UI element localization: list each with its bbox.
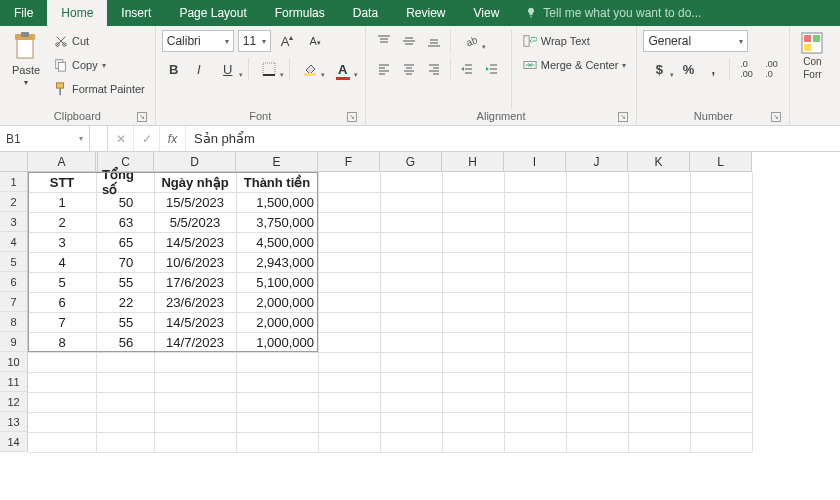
- row-header-7[interactable]: 7: [0, 292, 28, 312]
- copy-button[interactable]: Copy ▾: [50, 54, 149, 76]
- italic-button[interactable]: I: [187, 58, 211, 80]
- cell-E9[interactable]: 1,000,000: [236, 332, 318, 352]
- paste-button[interactable]: Paste ▾: [6, 30, 46, 89]
- dialog-launcher-icon[interactable]: ↘: [618, 112, 628, 122]
- cell-C6[interactable]: 55: [98, 272, 154, 292]
- cell-E1[interactable]: Thành tiền: [236, 172, 318, 192]
- tab-pagelayout[interactable]: Page Layout: [165, 0, 260, 26]
- conditional-formatting-button[interactable]: Con Forr: [796, 30, 828, 82]
- fill-color-button[interactable]: ▾: [294, 58, 326, 80]
- font-name-combo[interactable]: Calibri▾: [162, 30, 234, 52]
- tab-review[interactable]: Review: [392, 0, 459, 26]
- row-header-9[interactable]: 9: [0, 332, 28, 352]
- formula-input[interactable]: Sản phẩm: [186, 131, 840, 146]
- row-header-10[interactable]: 10: [0, 352, 28, 372]
- increase-decimal-button[interactable]: .0.00: [734, 58, 758, 80]
- row-header-12[interactable]: 12: [0, 392, 28, 412]
- cell-E3[interactable]: 3,750,000: [236, 212, 318, 232]
- cell-D9[interactable]: 14/7/2023: [154, 332, 236, 352]
- merge-center-button[interactable]: Merge & Center ▾: [519, 54, 631, 76]
- decrease-font-button[interactable]: A▾: [303, 30, 327, 52]
- cell-E4[interactable]: 4,500,000: [236, 232, 318, 252]
- cell-A6[interactable]: 5: [28, 272, 96, 292]
- cell-C2[interactable]: 50: [98, 192, 154, 212]
- cell-D2[interactable]: 15/5/2023: [154, 192, 236, 212]
- comma-format-button[interactable]: ,: [701, 58, 725, 80]
- tab-home[interactable]: Home: [47, 0, 107, 26]
- cell-A8[interactable]: 7: [28, 312, 96, 332]
- decrease-decimal-button[interactable]: .00.0: [759, 58, 783, 80]
- dialog-launcher-icon[interactable]: ↘: [771, 112, 781, 122]
- font-size-combo[interactable]: 11▾: [238, 30, 271, 52]
- tab-view[interactable]: View: [460, 0, 514, 26]
- enter-formula-button[interactable]: ✓: [134, 126, 160, 151]
- font-color-button[interactable]: A▾: [327, 58, 359, 80]
- tell-me-search[interactable]: Tell me what you want to do...: [513, 0, 840, 26]
- align-left-button[interactable]: [372, 58, 396, 80]
- cell-C5[interactable]: 70: [98, 252, 154, 272]
- cell-C8[interactable]: 55: [98, 312, 154, 332]
- cell-C3[interactable]: 63: [98, 212, 154, 232]
- orientation-button[interactable]: ab▾: [455, 30, 487, 52]
- cell-D5[interactable]: 10/6/2023: [154, 252, 236, 272]
- column-header-F[interactable]: F: [318, 152, 380, 172]
- cell-D1[interactable]: Ngày nhập: [154, 172, 236, 192]
- decrease-indent-button[interactable]: [455, 58, 479, 80]
- cell-E8[interactable]: 2,000,000: [236, 312, 318, 332]
- cell-E2[interactable]: 1,500,000: [236, 192, 318, 212]
- cell-A9[interactable]: 8: [28, 332, 96, 352]
- cell-A7[interactable]: 6: [28, 292, 96, 312]
- cell-C1[interactable]: Tổng số: [98, 172, 154, 192]
- row-header-3[interactable]: 3: [0, 212, 28, 232]
- align-bottom-button[interactable]: [422, 30, 446, 52]
- cell-D8[interactable]: 14/5/2023: [154, 312, 236, 332]
- wrap-text-button[interactable]: Wrap Text: [519, 30, 631, 52]
- cell-A5[interactable]: 4: [28, 252, 96, 272]
- tab-insert[interactable]: Insert: [107, 0, 165, 26]
- cell-C9[interactable]: 56: [98, 332, 154, 352]
- row-header-8[interactable]: 8: [0, 312, 28, 332]
- accounting-format-button[interactable]: $▾: [643, 58, 675, 80]
- cell-A4[interactable]: 3: [28, 232, 96, 252]
- percent-format-button[interactable]: %: [676, 58, 700, 80]
- align-center-button[interactable]: [397, 58, 421, 80]
- tab-data[interactable]: Data: [339, 0, 392, 26]
- cells-area[interactable]: STTTổng sốNgày nhậpThành tiền15015/5/202…: [28, 172, 752, 452]
- cell-E5[interactable]: 2,943,000: [236, 252, 318, 272]
- tab-file[interactable]: File: [0, 0, 47, 26]
- cell-D4[interactable]: 14/5/2023: [154, 232, 236, 252]
- cell-E7[interactable]: 2,000,000: [236, 292, 318, 312]
- cell-E6[interactable]: 5,100,000: [236, 272, 318, 292]
- cell-D7[interactable]: 23/6/2023: [154, 292, 236, 312]
- row-header-4[interactable]: 4: [0, 232, 28, 252]
- cell-C7[interactable]: 22: [98, 292, 154, 312]
- column-header-I[interactable]: I: [504, 152, 566, 172]
- row-header-6[interactable]: 6: [0, 272, 28, 292]
- tab-formulas[interactable]: Formulas: [261, 0, 339, 26]
- format-painter-button[interactable]: Format Painter: [50, 78, 149, 100]
- column-header-K[interactable]: K: [628, 152, 690, 172]
- cell-A1[interactable]: STT: [28, 172, 96, 192]
- cell-A2[interactable]: 1: [28, 192, 96, 212]
- row-header-1[interactable]: 1: [0, 172, 28, 192]
- align-right-button[interactable]: [422, 58, 446, 80]
- cell-D6[interactable]: 17/6/2023: [154, 272, 236, 292]
- column-header-E[interactable]: E: [236, 152, 318, 172]
- cell-D3[interactable]: 5/5/2023: [154, 212, 236, 232]
- cut-button[interactable]: Cut: [50, 30, 149, 52]
- underline-button[interactable]: U▾: [212, 58, 244, 80]
- increase-indent-button[interactable]: [480, 58, 504, 80]
- spreadsheet-grid[interactable]: 1234567891011121314 ACDEFGHIJKL STTTổng …: [0, 152, 840, 500]
- cell-A3[interactable]: 2: [28, 212, 96, 232]
- row-header-2[interactable]: 2: [0, 192, 28, 212]
- column-header-A[interactable]: A: [28, 152, 96, 172]
- bold-button[interactable]: B: [162, 58, 186, 80]
- column-header-G[interactable]: G: [380, 152, 442, 172]
- borders-button[interactable]: ▾: [253, 58, 285, 80]
- number-format-combo[interactable]: General▾: [643, 30, 748, 52]
- column-header-H[interactable]: H: [442, 152, 504, 172]
- column-header-L[interactable]: L: [690, 152, 752, 172]
- column-header-D[interactable]: D: [154, 152, 236, 172]
- select-all-corner[interactable]: [0, 152, 28, 172]
- column-header-J[interactable]: J: [566, 152, 628, 172]
